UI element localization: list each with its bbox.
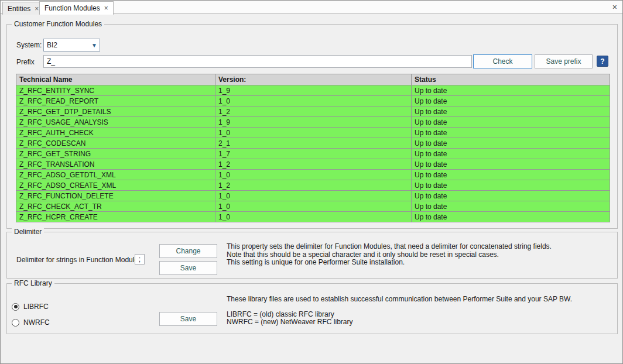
table-row[interactable]: Z_RFC_ADSO_CREATE_XML1_2Up to date <box>16 180 610 191</box>
radio-unselected-icon <box>12 319 19 327</box>
delimiter-input[interactable]: ; <box>135 254 145 265</box>
group-title: RFC Library <box>12 279 54 287</box>
cell-technical-name: Z_RFC_GET_STRING <box>16 149 215 159</box>
cell-technical-name: Z_RFC_TRANSLATION <box>16 159 215 170</box>
cell-technical-name: Z_RFC_AUTH_CHECK <box>16 128 215 138</box>
radio-selected-icon <box>12 303 19 311</box>
cell-status: Up to date <box>412 85 610 96</box>
cell-version: 1_2 <box>215 180 412 191</box>
tab-label: Entities <box>8 5 30 13</box>
table-row[interactable]: Z_RFC_AUTH_CHECK1_0Up to date <box>16 128 610 138</box>
nwrfc-radio[interactable]: NWRFC <box>12 318 50 327</box>
cell-version: 1_2 <box>215 159 412 170</box>
cell-status: Up to date <box>412 96 610 107</box>
cell-technical-name: Z_RFC_GET_DTP_DETAILS <box>16 107 215 117</box>
cell-status: Up to date <box>412 138 610 149</box>
cell-version: 2_1 <box>215 138 412 149</box>
cell-status: Up to date <box>412 180 610 191</box>
cell-status: Up to date <box>412 159 610 170</box>
rfc-description-nwrfc: NWRFC = (new) NetWeaver RFC library <box>227 318 352 327</box>
cell-technical-name: Z_RFC_CODESCAN <box>16 138 215 149</box>
system-dropdown[interactable]: BI2 ▼ <box>43 39 100 51</box>
chevron-down-icon: ▼ <box>89 42 100 49</box>
cell-version: 1_0 <box>215 170 412 180</box>
table-row[interactable]: Z_RFC_CODESCAN2_1Up to date <box>16 138 610 149</box>
librfc-radio[interactable]: LIBRFC <box>12 303 49 311</box>
delimiter-group: Delimiter Delimiter for strings in Funct… <box>6 232 618 279</box>
delimiter-description-line: This setting is unique for one Performer… <box>227 259 552 267</box>
column-header-technical-name[interactable]: Technical Name <box>16 74 215 85</box>
cell-status: Up to date <box>412 170 610 180</box>
cell-status: Up to date <box>412 128 610 138</box>
cell-status: Up to date <box>412 149 610 159</box>
fm-table-body: Z_RFC_ENTITY_SYNC1_9Up to dateZ_RFC_READ… <box>16 85 610 222</box>
delimiter-description: This property sets the delimiter for Fun… <box>227 243 552 267</box>
cell-version: 1_9 <box>215 117 412 128</box>
rfc-save-button[interactable]: Save <box>159 312 217 326</box>
prefix-label: Prefix <box>16 58 35 66</box>
cell-status: Up to date <box>412 117 610 128</box>
cell-technical-name: Z_RFC_CHECK_ACT_TR <box>16 201 215 212</box>
cell-technical-name: Z_RFC_ADSO_GETDTL_XML <box>16 170 215 180</box>
change-button[interactable]: Change <box>159 244 217 258</box>
cell-technical-name: Z_RFC_HCPR_CREATE <box>16 212 215 222</box>
column-header-status[interactable]: Status <box>412 74 610 85</box>
table-row[interactable]: Z_RFC_GET_DTP_DETAILS1_2Up to date <box>16 107 610 117</box>
column-header-version[interactable]: Version: <box>215 74 412 85</box>
rfc-description-intro: These library files are used to establis… <box>227 296 572 304</box>
table-row[interactable]: Z_RFC_READ_REPORT1_0Up to date <box>16 96 610 107</box>
cell-version: 1_0 <box>215 201 412 212</box>
tab-close-icon[interactable]: × <box>104 5 108 12</box>
tab-label: Function Modules <box>44 4 100 12</box>
cell-technical-name: Z_RFC_ADSO_CREATE_XML <box>16 180 215 191</box>
save-prefix-button[interactable]: Save prefix <box>535 54 593 68</box>
window-close-icon[interactable]: × <box>612 3 617 11</box>
librfc-radio-label: LIBRFC <box>23 303 49 311</box>
function-modules-table: Technical Name Version: Status Z_RFC_ENT… <box>16 74 610 222</box>
check-button[interactable]: Check <box>473 54 532 68</box>
table-header-row: Technical Name Version: Status <box>16 74 610 85</box>
cell-version: 1_0 <box>215 128 412 138</box>
cell-status: Up to date <box>412 107 610 117</box>
cell-technical-name: Z_RFC_USAGE_ANALYSIS <box>16 117 215 128</box>
cell-version: 1_7 <box>215 149 412 159</box>
delimiter-description-line: This property sets the delimiter for Fun… <box>227 243 552 251</box>
delimiter-input-value: ; <box>139 255 141 263</box>
cell-version: 1_0 <box>215 191 412 201</box>
table-row[interactable]: Z_RFC_ENTITY_SYNC1_9Up to date <box>16 85 610 96</box>
app-window: Entities × Function Modules × × Customer… <box>0 0 623 364</box>
table-row[interactable]: Z_RFC_CHECK_ACT_TR1_0Up to date <box>16 201 610 212</box>
delimiter-label: Delimiter for strings in Function Module… <box>16 256 142 264</box>
delimiter-save-button[interactable]: Save <box>159 261 217 275</box>
cell-version: 1_0 <box>215 96 412 107</box>
cell-version: 1_0 <box>215 212 412 222</box>
table-row[interactable]: Z_RFC_FUNCTION_DELETE1_0Up to date <box>16 191 610 201</box>
tab-close-icon[interactable]: × <box>35 5 39 12</box>
rfc-library-group: RFC Library LIBRFC NWRFC Save These libr… <box>6 283 618 334</box>
cell-version: 1_9 <box>215 85 412 96</box>
tab-entities[interactable]: Entities × <box>2 2 44 15</box>
cell-status: Up to date <box>412 201 610 212</box>
prefix-input-value: Z_ <box>47 57 55 66</box>
prefix-input[interactable]: Z_ <box>43 55 472 68</box>
cell-technical-name: Z_RFC_READ_REPORT <box>16 96 215 107</box>
table-row[interactable]: Z_RFC_GET_STRING1_7Up to date <box>16 149 610 159</box>
table-row[interactable]: Z_RFC_HCPR_CREATE1_0Up to date <box>16 212 610 222</box>
system-dropdown-value: BI2 <box>44 41 89 49</box>
tab-bar: Entities × Function Modules × × <box>1 1 622 14</box>
group-title: Delimiter <box>12 228 44 236</box>
nwrfc-radio-label: NWRFC <box>23 318 50 327</box>
help-icon[interactable]: ? <box>597 56 608 67</box>
cell-technical-name: Z_RFC_FUNCTION_DELETE <box>16 191 215 201</box>
customer-function-modules-group: Customer Function Modules System: BI2 ▼ … <box>6 24 618 229</box>
cell-technical-name: Z_RFC_ENTITY_SYNC <box>16 85 215 96</box>
cell-status: Up to date <box>412 191 610 201</box>
group-title: Customer Function Modules <box>12 20 104 28</box>
cell-version: 1_2 <box>215 107 412 117</box>
table-row[interactable]: Z_RFC_ADSO_GETDTL_XML1_0Up to date <box>16 170 610 180</box>
table-row[interactable]: Z_RFC_USAGE_ANALYSIS1_9Up to date <box>16 117 610 128</box>
main-content: Customer Function Modules System: BI2 ▼ … <box>1 14 622 364</box>
tab-function-modules[interactable]: Function Modules × <box>39 1 114 15</box>
cell-status: Up to date <box>412 212 610 222</box>
table-row[interactable]: Z_RFC_TRANSLATION1_2Up to date <box>16 159 610 170</box>
